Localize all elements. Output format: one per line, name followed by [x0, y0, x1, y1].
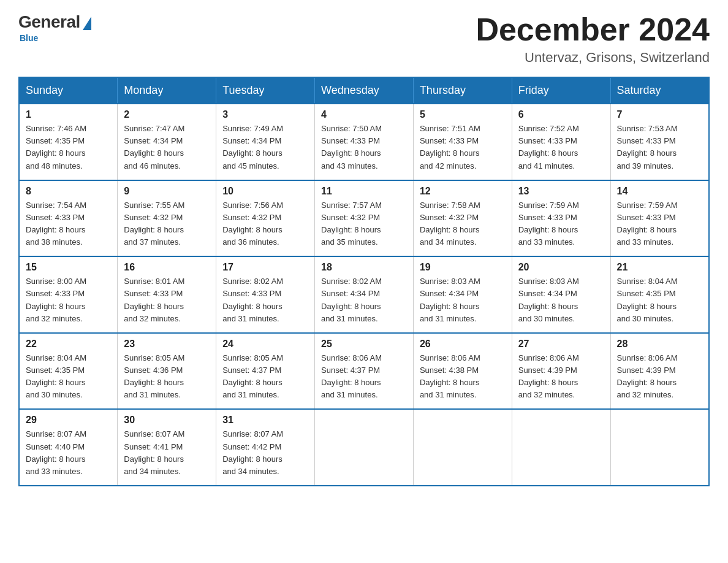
day-number: 24	[222, 339, 308, 350]
day-info: Sunrise: 8:03 AMSunset: 4:34 PMDaylight:…	[518, 275, 604, 325]
day-info: Sunrise: 8:06 AMSunset: 4:39 PMDaylight:…	[518, 352, 604, 402]
day-info: Sunrise: 7:57 AMSunset: 4:32 PMDaylight:…	[321, 199, 407, 249]
calendar-cell: 10Sunrise: 7:56 AMSunset: 4:32 PMDayligh…	[216, 180, 315, 257]
calendar-cell: 16Sunrise: 8:01 AMSunset: 4:33 PMDayligh…	[118, 256, 216, 333]
logo-general-text: General	[18, 12, 80, 32]
day-info: Sunrise: 7:56 AMSunset: 4:32 PMDaylight:…	[222, 199, 308, 249]
day-number: 4	[321, 109, 407, 120]
day-info: Sunrise: 8:03 AMSunset: 4:34 PMDaylight:…	[420, 275, 506, 325]
calendar-cell: 7Sunrise: 7:53 AMSunset: 4:33 PMDaylight…	[610, 104, 709, 180]
calendar-cell: 5Sunrise: 7:51 AMSunset: 4:33 PMDaylight…	[413, 104, 512, 180]
day-info: Sunrise: 7:51 AMSunset: 4:33 PMDaylight:…	[420, 123, 506, 172]
calendar-week-row: 29Sunrise: 8:07 AMSunset: 4:40 PMDayligh…	[19, 409, 709, 486]
calendar-table: SundayMondayTuesdayWednesdayThursdayFrid…	[18, 77, 710, 486]
column-header-sunday: Sunday	[19, 77, 118, 104]
calendar-week-row: 8Sunrise: 7:54 AMSunset: 4:33 PMDaylight…	[19, 180, 709, 257]
calendar-cell	[512, 409, 610, 486]
column-header-friday: Friday	[512, 77, 610, 104]
day-info: Sunrise: 8:04 AMSunset: 4:35 PMDaylight:…	[617, 275, 702, 325]
calendar-header-row: SundayMondayTuesdayWednesdayThursdayFrid…	[19, 77, 709, 104]
calendar-cell: 26Sunrise: 8:06 AMSunset: 4:38 PMDayligh…	[413, 333, 512, 410]
column-header-monday: Monday	[118, 77, 216, 104]
calendar-cell: 15Sunrise: 8:00 AMSunset: 4:33 PMDayligh…	[19, 256, 118, 333]
day-number: 31	[222, 415, 308, 426]
calendar-cell: 28Sunrise: 8:06 AMSunset: 4:39 PMDayligh…	[610, 333, 709, 410]
calendar-cell: 25Sunrise: 8:06 AMSunset: 4:37 PMDayligh…	[315, 333, 414, 410]
day-info: Sunrise: 8:06 AMSunset: 4:39 PMDaylight:…	[617, 352, 702, 402]
calendar-cell: 4Sunrise: 7:50 AMSunset: 4:33 PMDaylight…	[315, 104, 414, 180]
day-info: Sunrise: 7:53 AMSunset: 4:33 PMDaylight:…	[617, 123, 702, 172]
day-number: 10	[222, 186, 308, 197]
day-number: 8	[26, 186, 111, 197]
day-info: Sunrise: 7:59 AMSunset: 4:33 PMDaylight:…	[518, 199, 604, 249]
month-title: December 2024	[476, 12, 710, 47]
calendar-cell: 1Sunrise: 7:46 AMSunset: 4:35 PMDaylight…	[19, 104, 118, 180]
day-number: 6	[518, 109, 604, 120]
day-number: 17	[222, 262, 308, 273]
day-info: Sunrise: 7:59 AMSunset: 4:33 PMDaylight:…	[617, 199, 702, 249]
logo-blue-text: Blue	[20, 33, 38, 43]
column-header-wednesday: Wednesday	[315, 77, 414, 104]
calendar-cell: 12Sunrise: 7:58 AMSunset: 4:32 PMDayligh…	[413, 180, 512, 257]
day-info: Sunrise: 8:02 AMSunset: 4:34 PMDaylight:…	[321, 275, 407, 325]
day-number: 1	[26, 109, 111, 120]
calendar-cell: 22Sunrise: 8:04 AMSunset: 4:35 PMDayligh…	[19, 333, 118, 410]
day-number: 15	[26, 262, 111, 273]
calendar-cell: 27Sunrise: 8:06 AMSunset: 4:39 PMDayligh…	[512, 333, 610, 410]
column-header-tuesday: Tuesday	[216, 77, 315, 104]
calendar-cell: 31Sunrise: 8:07 AMSunset: 4:42 PMDayligh…	[216, 409, 315, 486]
day-info: Sunrise: 8:06 AMSunset: 4:38 PMDaylight:…	[420, 352, 506, 402]
day-info: Sunrise: 8:01 AMSunset: 4:33 PMDaylight:…	[124, 275, 210, 325]
title-block: December 2024 Untervaz, Grisons, Switzer…	[476, 12, 710, 66]
day-number: 26	[420, 339, 506, 350]
day-number: 18	[321, 262, 407, 273]
day-info: Sunrise: 8:00 AMSunset: 4:33 PMDaylight:…	[26, 275, 111, 325]
calendar-cell: 11Sunrise: 7:57 AMSunset: 4:32 PMDayligh…	[315, 180, 414, 257]
day-number: 23	[124, 339, 210, 350]
day-info: Sunrise: 7:54 AMSunset: 4:33 PMDaylight:…	[26, 199, 111, 249]
column-header-saturday: Saturday	[610, 77, 709, 104]
day-number: 20	[518, 262, 604, 273]
calendar-cell: 19Sunrise: 8:03 AMSunset: 4:34 PMDayligh…	[413, 256, 512, 333]
day-number: 12	[420, 186, 506, 197]
day-number: 25	[321, 339, 407, 350]
day-info: Sunrise: 8:07 AMSunset: 4:42 PMDaylight:…	[222, 428, 308, 478]
day-number: 7	[617, 109, 702, 120]
calendar-cell	[315, 409, 414, 486]
day-info: Sunrise: 7:50 AMSunset: 4:33 PMDaylight:…	[321, 123, 407, 172]
day-info: Sunrise: 8:05 AMSunset: 4:37 PMDaylight:…	[222, 352, 308, 402]
day-info: Sunrise: 7:58 AMSunset: 4:32 PMDaylight:…	[420, 199, 506, 249]
day-info: Sunrise: 8:07 AMSunset: 4:40 PMDaylight:…	[26, 428, 111, 478]
calendar-week-row: 22Sunrise: 8:04 AMSunset: 4:35 PMDayligh…	[19, 333, 709, 410]
calendar-cell: 13Sunrise: 7:59 AMSunset: 4:33 PMDayligh…	[512, 180, 610, 257]
day-number: 13	[518, 186, 604, 197]
calendar-cell: 17Sunrise: 8:02 AMSunset: 4:33 PMDayligh…	[216, 256, 315, 333]
calendar-cell	[413, 409, 512, 486]
calendar-cell: 8Sunrise: 7:54 AMSunset: 4:33 PMDaylight…	[19, 180, 118, 257]
day-number: 28	[617, 339, 702, 350]
calendar-cell: 29Sunrise: 8:07 AMSunset: 4:40 PMDayligh…	[19, 409, 118, 486]
day-number: 9	[124, 186, 210, 197]
day-number: 30	[124, 415, 210, 426]
day-info: Sunrise: 7:55 AMSunset: 4:32 PMDaylight:…	[124, 199, 210, 249]
day-number: 27	[518, 339, 604, 350]
calendar-cell: 2Sunrise: 7:47 AMSunset: 4:34 PMDaylight…	[118, 104, 216, 180]
day-number: 2	[124, 109, 210, 120]
calendar-cell: 30Sunrise: 8:07 AMSunset: 4:41 PMDayligh…	[118, 409, 216, 486]
day-info: Sunrise: 7:52 AMSunset: 4:33 PMDaylight:…	[518, 123, 604, 172]
calendar-cell	[610, 409, 709, 486]
calendar-week-row: 15Sunrise: 8:00 AMSunset: 4:33 PMDayligh…	[19, 256, 709, 333]
calendar-cell: 23Sunrise: 8:05 AMSunset: 4:36 PMDayligh…	[118, 333, 216, 410]
day-number: 22	[26, 339, 111, 350]
calendar-cell: 14Sunrise: 7:59 AMSunset: 4:33 PMDayligh…	[610, 180, 709, 257]
day-info: Sunrise: 8:05 AMSunset: 4:36 PMDaylight:…	[124, 352, 210, 402]
calendar-cell: 18Sunrise: 8:02 AMSunset: 4:34 PMDayligh…	[315, 256, 414, 333]
day-number: 21	[617, 262, 702, 273]
location-subtitle: Untervaz, Grisons, Switzerland	[476, 50, 710, 66]
day-info: Sunrise: 7:47 AMSunset: 4:34 PMDaylight:…	[124, 123, 210, 172]
day-info: Sunrise: 8:04 AMSunset: 4:35 PMDaylight:…	[26, 352, 111, 402]
day-info: Sunrise: 8:06 AMSunset: 4:37 PMDaylight:…	[321, 352, 407, 402]
day-number: 11	[321, 186, 407, 197]
logo-triangle-icon	[83, 17, 91, 30]
day-number: 14	[617, 186, 702, 197]
